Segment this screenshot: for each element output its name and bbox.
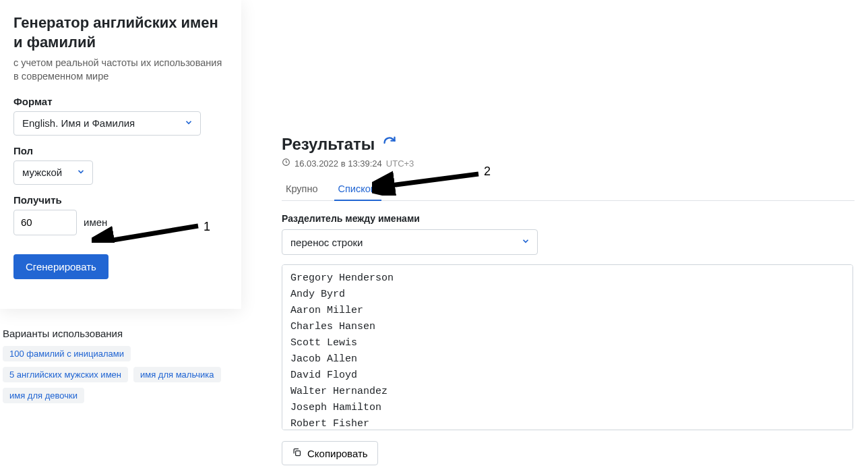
gender-select-value: мужской bbox=[22, 167, 62, 178]
annotation-label-2: 2 bbox=[484, 165, 491, 179]
format-label: Формат bbox=[13, 96, 228, 107]
delimiter-select[interactable]: перенос строки bbox=[282, 229, 538, 255]
page-title: Генератор английских имен и фамилий bbox=[13, 13, 228, 52]
usecase-tag[interactable]: имя для мальчика bbox=[133, 367, 221, 382]
count-label: Получить bbox=[13, 194, 228, 206]
tab-list[interactable]: Списком bbox=[334, 178, 381, 201]
count-input[interactable] bbox=[13, 210, 77, 235]
chevron-down-icon bbox=[521, 237, 530, 248]
usecase-tag[interactable]: 5 английских мужских имен bbox=[3, 367, 128, 382]
usecases-title: Варианты использования bbox=[3, 328, 239, 339]
gender-select[interactable]: мужской bbox=[13, 160, 93, 185]
clock-icon bbox=[282, 158, 290, 169]
results-timestamp: 16.03.2022 в 13:39:24 bbox=[294, 158, 382, 169]
usecase-tag[interactable]: 100 фамилий с инициалами bbox=[3, 346, 131, 361]
chevron-down-icon bbox=[76, 167, 86, 178]
usecases-section: Варианты использования 100 фамилий с ини… bbox=[0, 328, 241, 403]
chevron-down-icon bbox=[184, 117, 193, 129]
svg-rect-1 bbox=[296, 451, 301, 456]
copy-button[interactable]: Скопировать bbox=[282, 441, 378, 465]
results-utc: UTC+3 bbox=[386, 158, 414, 169]
count-unit: имен bbox=[84, 216, 107, 228]
format-select-value: English. Имя и Фамилия bbox=[22, 117, 135, 129]
results-tabs: Крупно Списком bbox=[282, 178, 855, 201]
sidebar-panel: Генератор английских имен и фамилий с уч… bbox=[0, 0, 241, 309]
page-subtitle: с учетом реальной частоты их использован… bbox=[13, 56, 228, 84]
delimiter-label: Разделитель между именами bbox=[282, 213, 855, 224]
copy-icon bbox=[292, 447, 302, 459]
main-panel: Результаты 16.03.2022 в 13:39:24 UTC+3 К… bbox=[241, 0, 868, 468]
annotation-label-1: 1 bbox=[204, 220, 210, 234]
results-output[interactable]: Gregory Henderson Andy Byrd Aaron Miller… bbox=[282, 264, 853, 430]
results-title: Результаты bbox=[282, 135, 375, 154]
refresh-icon[interactable] bbox=[383, 136, 396, 152]
delimiter-select-value: перенос строки bbox=[290, 237, 363, 248]
format-select[interactable]: English. Имя и Фамилия bbox=[13, 111, 201, 136]
tab-large[interactable]: Крупно bbox=[282, 178, 322, 201]
gender-label: Пол bbox=[13, 145, 228, 156]
copy-button-label: Скопировать bbox=[307, 448, 368, 459]
usecase-tag[interactable]: имя для девочки bbox=[3, 388, 84, 403]
generate-button[interactable]: Сгенерировать bbox=[13, 254, 108, 279]
